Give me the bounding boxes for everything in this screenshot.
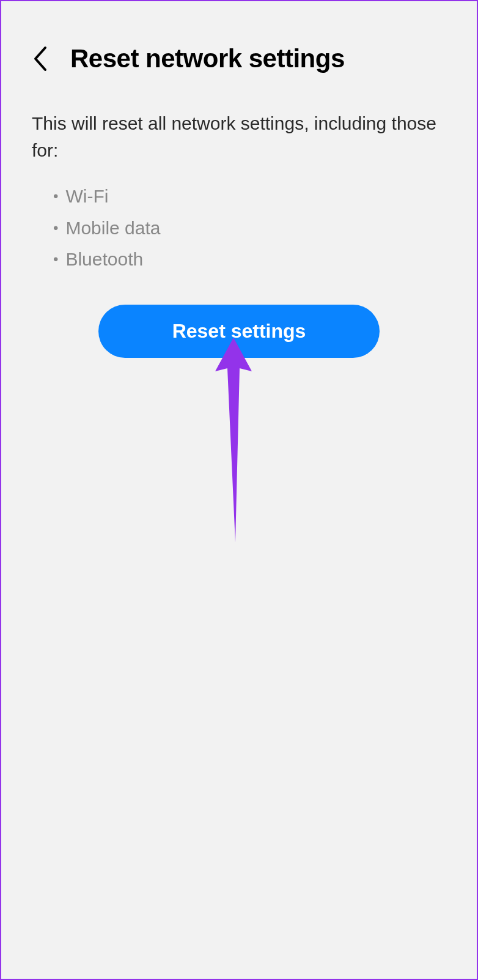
reset-settings-button[interactable]: Reset settings	[98, 305, 380, 358]
back-icon[interactable]	[32, 45, 49, 72]
content-area: This will reset all network settings, in…	[1, 92, 477, 376]
button-container: Reset settings	[32, 305, 446, 358]
description-text: This will reset all network settings, in…	[32, 110, 446, 163]
list-item: • Wi-Fi	[53, 180, 446, 212]
list-item-label: Wi-Fi	[65, 180, 108, 212]
list-item-label: Mobile data	[65, 212, 160, 244]
header: Reset network settings	[1, 1, 477, 92]
list-item: • Bluetooth	[53, 243, 446, 275]
bullet-dot-icon: •	[53, 184, 58, 209]
bullet-dot-icon: •	[53, 215, 58, 240]
list-item: • Mobile data	[53, 212, 446, 244]
page-title: Reset network settings	[70, 44, 345, 73]
bullet-list: • Wi-Fi • Mobile data • Bluetooth	[32, 180, 446, 275]
bullet-dot-icon: •	[53, 247, 58, 272]
list-item-label: Bluetooth	[65, 243, 143, 275]
